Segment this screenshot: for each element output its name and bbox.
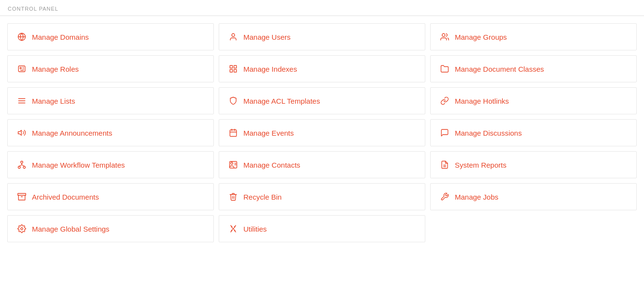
manage-indexes-label: Manage Indexes: [243, 65, 297, 73]
manage-indexes[interactable]: Manage Indexes: [219, 55, 425, 82]
recycle-bin[interactable]: Recycle Bin: [219, 183, 425, 210]
manage-acl-templates-label: Manage ACL Templates: [243, 97, 320, 105]
svg-rect-6: [230, 65, 232, 68]
manage-hotlinks[interactable]: Manage Hotlinks: [430, 87, 637, 114]
svg-line-22: [19, 165, 22, 166]
svg-line-23: [22, 165, 24, 166]
manage-users[interactable]: Manage Users: [219, 23, 425, 50]
workflow-icon: [17, 160, 26, 169]
indexes-icon: [229, 64, 238, 73]
manage-domains-label: Manage Domains: [32, 33, 89, 41]
svg-rect-9: [234, 70, 237, 72]
manage-roles[interactable]: Manage Roles: [7, 55, 214, 82]
manage-global-settings-label: Manage Global Settings: [32, 225, 109, 233]
svg-point-3: [442, 33, 445, 36]
manage-acl-templates[interactable]: Manage ACL Templates: [219, 87, 425, 114]
archive-icon: [17, 192, 26, 201]
system-reports-label: System Reports: [455, 161, 507, 169]
events-icon: [229, 128, 238, 137]
archived-documents-label: Archived Documents: [32, 193, 99, 201]
globe-icon: [17, 32, 26, 41]
groups-icon: [440, 32, 449, 41]
manage-announcements-label: Manage Announcements: [32, 129, 112, 137]
recycle-icon: [229, 192, 238, 201]
svg-point-31: [21, 228, 23, 230]
utilities-icon: [229, 224, 238, 233]
utilities-label: Utilities: [243, 225, 267, 233]
manage-jobs[interactable]: Manage Jobs: [430, 183, 637, 210]
svg-rect-8: [230, 70, 232, 72]
manage-workflow-templates-label: Manage Workflow Templates: [32, 161, 125, 169]
system-reports[interactable]: System Reports: [430, 151, 637, 178]
manage-discussions[interactable]: Manage Discussions: [430, 119, 637, 146]
manage-groups-label: Manage Groups: [455, 33, 507, 41]
svg-marker-13: [18, 130, 22, 136]
manage-roles-label: Manage Roles: [32, 65, 79, 73]
lists-icon: [17, 96, 26, 105]
header-title: CONTROL PANEL: [8, 6, 59, 12]
contacts-icon: [229, 160, 238, 169]
hotlinks-icon: [440, 96, 449, 105]
jobs-icon: [440, 192, 449, 201]
recycle-bin-label: Recycle Bin: [243, 193, 282, 201]
manage-events[interactable]: Manage Events: [219, 119, 425, 146]
announcements-icon: [17, 128, 26, 137]
settings-icon: [17, 224, 26, 233]
manage-groups[interactable]: Manage Groups: [430, 23, 637, 50]
svg-rect-7: [234, 65, 237, 68]
manage-hotlinks-label: Manage Hotlinks: [455, 97, 509, 105]
discussions-icon: [440, 128, 449, 137]
user-icon: [229, 32, 238, 41]
reports-icon: [440, 160, 449, 169]
manage-lists-label: Manage Lists: [32, 97, 75, 105]
manage-users-label: Manage Users: [243, 33, 291, 41]
manage-announcements[interactable]: Manage Announcements: [7, 119, 214, 146]
roles-icon: [17, 64, 26, 73]
manage-domains[interactable]: Manage Domains: [7, 23, 214, 50]
manage-jobs-label: Manage Jobs: [455, 193, 498, 201]
document-classes-icon: [440, 64, 449, 73]
svg-rect-14: [230, 130, 237, 137]
manage-document-classes[interactable]: Manage Document Classes: [430, 55, 637, 82]
manage-contacts-label: Manage Contacts: [243, 161, 300, 169]
svg-point-5: [20, 67, 21, 69]
archived-documents[interactable]: Archived Documents: [7, 183, 214, 210]
manage-document-classes-label: Manage Document Classes: [455, 65, 544, 73]
manage-lists[interactable]: Manage Lists: [7, 87, 214, 114]
utilities[interactable]: Utilities: [219, 215, 425, 242]
manage-discussions-label: Manage Discussions: [455, 129, 522, 137]
control-panel-header: CONTROL PANEL: [0, 0, 644, 16]
svg-rect-29: [18, 193, 26, 195]
manage-workflow-templates[interactable]: Manage Workflow Templates: [7, 151, 214, 178]
manage-contacts[interactable]: Manage Contacts: [219, 151, 425, 178]
acl-icon: [229, 96, 238, 105]
manage-events-label: Manage Events: [243, 129, 294, 137]
svg-rect-4: [18, 66, 25, 72]
control-panel-grid: Manage DomainsManage UsersManage GroupsM…: [0, 16, 644, 250]
manage-global-settings[interactable]: Manage Global Settings: [7, 215, 214, 242]
svg-point-2: [232, 33, 235, 36]
